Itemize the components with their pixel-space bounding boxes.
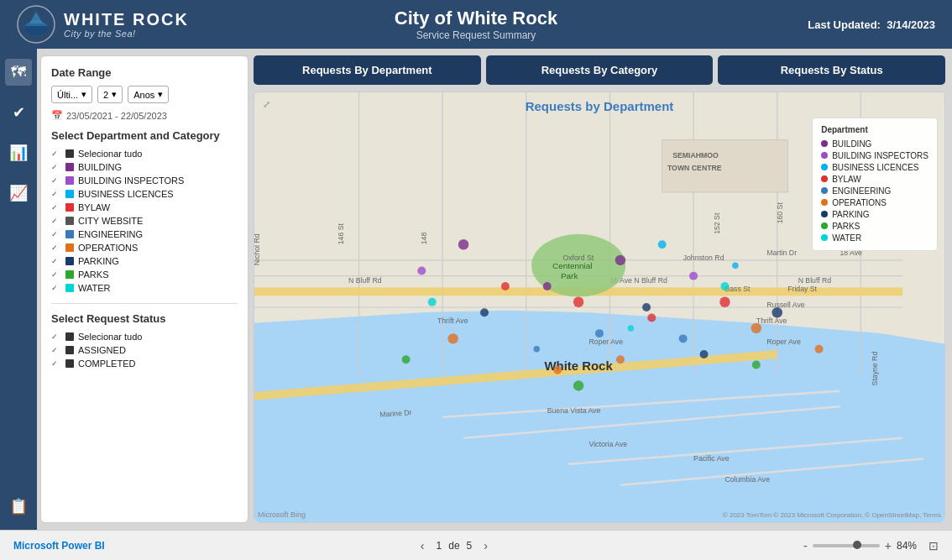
date-range-title: Date Range <box>51 66 238 79</box>
icon-sidebar: 🗺 ✔ 📊 📈 📋 <box>0 49 37 530</box>
svg-text:Columbia Ave: Columbia Ave <box>724 475 770 484</box>
legend-item: BUILDING INSPECTORS <box>821 149 928 161</box>
svg-point-72 <box>642 303 651 311</box>
dept-checkbox-item[interactable]: ✓ ENGINEERING <box>51 228 238 241</box>
svg-text:Martin Dr: Martin Dr <box>766 249 797 257</box>
svg-text:Oxford St: Oxford St <box>562 254 594 262</box>
legend-dot <box>821 222 828 229</box>
date-select-2[interactable]: 2 ▾ <box>97 86 123 103</box>
last-updated-label: Last Updated: <box>808 18 881 31</box>
svg-text:Pacific Ave: Pacific Ave <box>693 454 730 463</box>
svg-text:Johnston Rd: Johnston Rd <box>683 254 724 262</box>
legend-dot <box>821 187 828 194</box>
nav-map-button[interactable]: 🗺 <box>5 59 32 86</box>
svg-point-75 <box>402 355 411 364</box>
svg-text:Roper Ave: Roper Ave <box>589 338 624 346</box>
legend-item: ENGINEERING <box>821 185 928 196</box>
svg-point-53 <box>543 282 552 290</box>
dept-name: BYLAW <box>78 202 110 212</box>
svg-point-54 <box>615 255 625 265</box>
svg-point-78 <box>428 298 437 306</box>
svg-point-66 <box>447 333 458 343</box>
dept-color-box <box>65 230 74 238</box>
svg-point-60 <box>501 282 510 290</box>
dept-checkbox-item[interactable]: ✓ BUILDING <box>51 160 238 174</box>
legend-label: BUILDING <box>832 139 871 149</box>
tab-by-department[interactable]: Requests By Department <box>254 55 481 85</box>
svg-point-55 <box>417 266 426 275</box>
legend-dot <box>821 234 828 241</box>
date-select-3[interactable]: Anos ▾ <box>128 86 169 103</box>
checkmark-icon: ✓ <box>51 332 61 341</box>
svg-point-58 <box>732 262 738 268</box>
tab-by-status[interactable]: Requests By Status <box>718 55 945 85</box>
dept-color-box <box>65 176 74 185</box>
dept-checkbox-item[interactable]: ✓ WATER <box>51 281 238 295</box>
checkmark-icon: ✓ <box>51 203 61 212</box>
nav-trend-button[interactable]: 📈 <box>5 180 32 207</box>
legend-title: Department <box>821 125 928 134</box>
dept-checkbox-item[interactable]: ✓ PARKS <box>51 268 238 281</box>
svg-point-69 <box>553 366 562 374</box>
dept-checkbox-item[interactable]: ✓ BUILDING INSPECTORS <box>51 174 238 187</box>
map-expand-button[interactable]: ⤢ <box>263 99 270 110</box>
dept-checkbox-item[interactable]: ✓ PARKING <box>51 254 238 268</box>
svg-text:TOWN CENTRE: TOWN CENTRE <box>667 164 722 172</box>
status-checkbox-item[interactable]: ✓ Selecionar tudo <box>51 330 238 343</box>
checkmark-icon: ✓ <box>51 163 61 171</box>
svg-point-73 <box>772 307 782 317</box>
app-title: City of White Rock <box>201 8 751 29</box>
tab-by-category[interactable]: Requests By Category <box>486 55 714 85</box>
powerbi-link[interactable]: Microsoft Power BI <box>13 540 105 552</box>
svg-point-71 <box>480 308 489 317</box>
dept-checkbox-item[interactable]: ✓ BUSINESS LICENCES <box>51 187 238 201</box>
next-page-button[interactable]: › <box>479 537 493 554</box>
zoom-slider[interactable] <box>813 544 880 547</box>
dept-checkbox-item[interactable]: ✓ OPERATIONS <box>51 241 238 254</box>
nav-chart-button[interactable]: 📊 <box>5 139 32 166</box>
status-checkbox-item[interactable]: ✓ COMPLETED <box>51 357 238 370</box>
svg-text:148: 148 <box>421 233 429 245</box>
legend-item: BUILDING <box>821 138 928 149</box>
legend-label: ENGINEERING <box>832 186 891 196</box>
legend-label: WATER <box>832 233 861 243</box>
checkmark-icon: ✓ <box>51 359 61 368</box>
svg-text:N Bluff Rd: N Bluff Rd <box>348 276 382 285</box>
legend-label: BUSINESS LICENCES <box>832 163 918 172</box>
zoom-in-button[interactable]: + <box>885 539 892 552</box>
legend-dot <box>821 199 828 206</box>
legend-label: OPERATIONS <box>832 198 887 207</box>
checkmark-icon: ✓ <box>51 190 61 198</box>
dept-checkbox-item[interactable]: ✓ Selecionar tudo <box>51 147 238 160</box>
legend-label: PARKING <box>832 210 869 219</box>
tab-buttons: Requests By Department Requests By Categ… <box>254 55 945 85</box>
nav-clipboard-button[interactable]: 📋 <box>5 493 32 520</box>
legend-label: PARKS <box>832 222 860 231</box>
legend-dot <box>821 211 828 217</box>
app-subtitle: Service Request Summary <box>201 29 751 41</box>
dept-checkbox-item[interactable]: ✓ CITY WEBSITE <box>51 214 238 228</box>
bing-watermark: Microsoft Bing <box>258 510 306 519</box>
bottom-bar: Microsoft Power BI ‹ 1 de 5 › - + 84% ⊡ <box>0 530 952 560</box>
dept-color-box <box>65 284 74 292</box>
dept-color-box <box>65 217 74 225</box>
date-select-1[interactable]: Últi... ▾ <box>51 86 92 103</box>
svg-text:Thrift Ave: Thrift Ave <box>437 317 468 325</box>
dept-name: BUILDING INSPECTORS <box>78 175 184 186</box>
map-copyright: © 2023 TomTom © 2023 Microsoft Corporati… <box>723 511 941 519</box>
dept-checkbox-item[interactable]: ✓ BYLAW <box>51 201 238 214</box>
svg-text:Stayne Rd: Stayne Rd <box>871 352 879 386</box>
nav-check-button[interactable]: ✔ <box>5 99 32 126</box>
status-checkbox-item[interactable]: ✓ ASSIGNED <box>51 343 238 357</box>
checkmark-icon: ✓ <box>51 284 61 292</box>
svg-text:152 St: 152 St <box>713 212 721 234</box>
svg-text:Friday St: Friday St <box>787 285 817 293</box>
fit-screen-button[interactable]: ⊡ <box>928 539 939 552</box>
prev-page-button[interactable]: ‹ <box>416 537 430 554</box>
svg-point-77 <box>752 361 761 369</box>
dept-name: ENGINEERING <box>78 229 143 239</box>
svg-text:N Bluff Rd: N Bluff Rd <box>798 276 832 285</box>
zoom-out-button[interactable]: - <box>803 539 808 552</box>
date-range-label: 📅 23/05/2021 - 22/05/2023 <box>51 110 238 121</box>
zoom-percent: 84% <box>897 540 917 552</box>
